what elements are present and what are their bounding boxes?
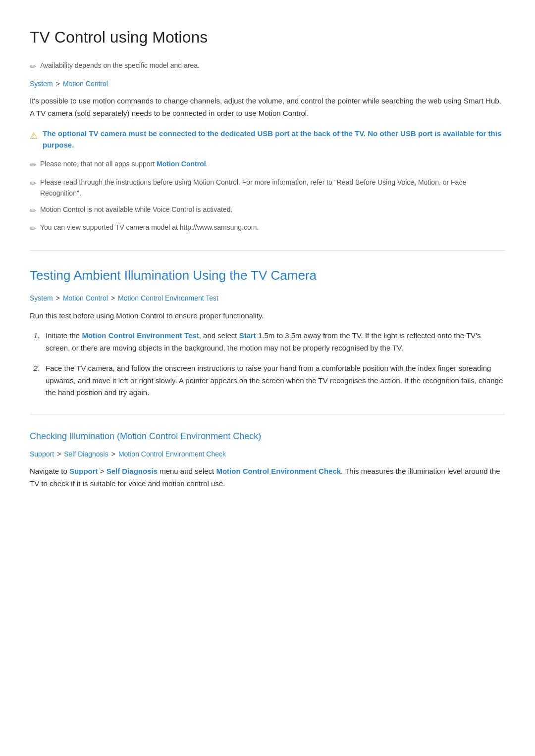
note-icon-2: ✏ xyxy=(30,177,36,190)
note1-motion-link[interactable]: Motion Control xyxy=(157,160,206,168)
breadcrumb-env-check[interactable]: Motion Control Environment Check xyxy=(118,449,226,459)
section2-intro: Run this test before using Motion Contro… xyxy=(30,310,505,322)
note4: ✏ You can view supported TV camera model… xyxy=(30,222,505,235)
step-1: 1. Initiate the Motion Control Environme… xyxy=(30,330,505,354)
warning-icon: ⚠ xyxy=(30,129,38,143)
warning-text: The optional TV camera must be connected… xyxy=(43,128,505,151)
step1-env-test-link[interactable]: Motion Control Environment Test xyxy=(82,331,199,340)
section-ambient-illumination: Testing Ambient Illumination Using the T… xyxy=(30,265,505,399)
notes-section1: ✏ Please note, that not all apps support… xyxy=(30,158,505,235)
page-title: TV Control using Motions xyxy=(30,20,505,50)
note-icon-availability: ✏ xyxy=(30,60,36,73)
breadcrumb-system-2[interactable]: System xyxy=(30,293,53,303)
breadcrumb-section1: System > Motion Control xyxy=(30,78,505,89)
note-icon-4: ✏ xyxy=(30,222,36,235)
step2-number: 2. xyxy=(30,362,40,399)
section3-body: Navigate to Support > Self Diagnosis men… xyxy=(30,465,505,490)
breadcrumb-sep1: > xyxy=(56,78,60,89)
section3-support-link[interactable]: Support xyxy=(69,467,98,475)
step2-text: Face the TV camera, and follow the onscr… xyxy=(46,362,505,399)
section-checking-illumination: Checking Illumination (Motion Control En… xyxy=(30,429,505,490)
breadcrumb-sep2a: > xyxy=(56,293,60,303)
note2: ✏ Please read through the instructions b… xyxy=(30,177,505,199)
section-motion-control: System > Motion Control It's possible to… xyxy=(30,78,505,235)
note-icon-3: ✏ xyxy=(30,204,36,217)
note2-text: Please read through the instructions bef… xyxy=(40,177,505,199)
note3-text: Motion Control is not available while Vo… xyxy=(40,204,232,215)
breadcrumb-support[interactable]: Support xyxy=(30,449,54,459)
section3-heading: Checking Illumination (Motion Control En… xyxy=(30,429,505,444)
note-icon-1: ✏ xyxy=(30,159,36,172)
section-divider-1 xyxy=(30,250,505,251)
breadcrumb-sep3b: > xyxy=(111,449,115,459)
step1-text: Initiate the Motion Control Environment … xyxy=(46,330,505,354)
section3-envcheck-link[interactable]: Motion Control Environment Check xyxy=(216,467,341,475)
note3: ✏ Motion Control is not available while … xyxy=(30,204,505,217)
breadcrumb-motion-control-2[interactable]: Motion Control xyxy=(63,293,108,303)
breadcrumb-system[interactable]: System xyxy=(30,78,53,89)
section3-selfdiag-link[interactable]: Self Diagnosis xyxy=(107,467,158,475)
section2-heading: Testing Ambient Illumination Using the T… xyxy=(30,265,505,286)
note1: ✏ Please note, that not all apps support… xyxy=(30,158,505,172)
step1-start-link[interactable]: Start xyxy=(239,331,256,340)
note4-text: You can view supported TV camera model a… xyxy=(40,222,259,233)
steps-list: 1. Initiate the Motion Control Environme… xyxy=(30,330,505,399)
availability-note: ✏ Availability depends on the specific m… xyxy=(30,60,505,73)
section-divider-2 xyxy=(30,414,505,414)
breadcrumb-section3: Support > Self Diagnosis > Motion Contro… xyxy=(30,449,505,459)
breadcrumb-sep2b: > xyxy=(111,293,115,303)
note1-text: Please note, that not all apps support M… xyxy=(40,158,208,169)
breadcrumb-section2: System > Motion Control > Motion Control… xyxy=(30,293,505,303)
step-2: 2. Face the TV camera, and follow the on… xyxy=(30,362,505,399)
warning-box: ⚠ The optional TV camera must be connect… xyxy=(30,128,505,151)
breadcrumb-self-diagnosis[interactable]: Self Diagnosis xyxy=(64,449,108,459)
breadcrumb-env-test[interactable]: Motion Control Environment Test xyxy=(118,293,218,303)
section1-body: It's possible to use motion commands to … xyxy=(30,95,505,120)
breadcrumb-sep3a: > xyxy=(57,449,61,459)
breadcrumb-motion-control[interactable]: Motion Control xyxy=(63,78,108,89)
step1-number: 1. xyxy=(30,330,40,354)
